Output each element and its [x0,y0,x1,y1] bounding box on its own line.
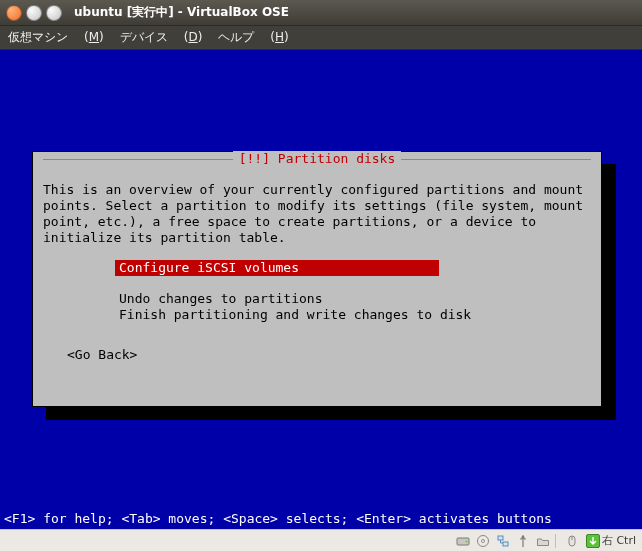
dialog-options: Configure iSCSI volumes Undo changes to … [115,260,591,323]
maximize-icon[interactable] [46,5,62,21]
svg-rect-4 [498,536,503,540]
menu-device[interactable]: デバイス(D) [120,29,203,46]
close-icon[interactable] [6,5,22,21]
go-back-button[interactable]: <Go Back> [67,347,137,362]
dialog-title-prefix: [!!] [239,151,278,166]
menubar: 仮想マシン(M) デバイス(D) ヘルプ(H) [0,26,642,50]
dialog-overview: This is an overview of your currently co… [43,182,591,246]
host-key-label: 右 Ctrl [602,533,636,548]
help-bar: <F1> for help; <Tab> moves; <Space> sele… [0,511,642,526]
dialog-title: Partition disks [278,151,395,166]
menu-help[interactable]: ヘルプ(H) [218,29,288,46]
guest-screen[interactable]: [!!] Partition disks This is an overview… [0,50,642,529]
svg-point-3 [481,539,484,542]
option-configure-iscsi[interactable]: Configure iSCSI volumes [115,260,439,276]
option-finish-partitioning[interactable]: Finish partitioning and write changes to… [115,307,475,323]
statusbar-separator [555,534,556,548]
partition-disks-dialog: [!!] Partition disks This is an overview… [32,151,602,407]
hard-disk-icon [455,533,471,549]
usb-icon [515,533,531,549]
option-undo-changes[interactable]: Undo changes to partitions [115,291,327,307]
window-titlebar: ubuntu [実行中] - VirtualBox OSE [0,0,642,26]
mouse-integration-icon [564,533,580,549]
menu-machine[interactable]: 仮想マシン(M) [8,29,104,46]
network-icon [495,533,511,549]
shared-folders-icon [535,533,551,549]
svg-point-6 [522,535,524,537]
window-title: ubuntu [実行中] - VirtualBox OSE [74,4,289,21]
host-key-indicator: 右 Ctrl [586,533,636,548]
minimize-icon[interactable] [26,5,42,21]
svg-rect-5 [503,542,508,546]
arrow-down-icon [586,534,600,548]
vm-statusbar: 右 Ctrl [0,529,642,551]
optical-disc-icon [475,533,491,549]
svg-point-1 [465,540,467,542]
dialog-title-row: [!!] Partition disks [33,151,601,166]
